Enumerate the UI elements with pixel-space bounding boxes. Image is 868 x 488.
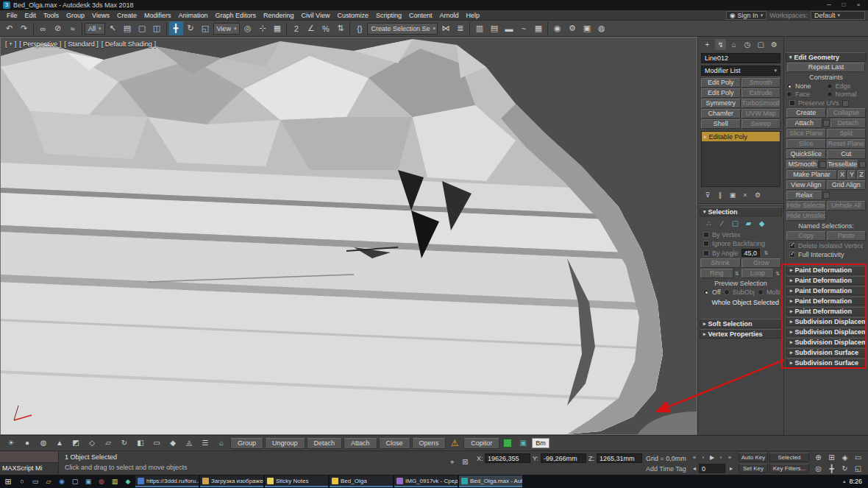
percent-snap-icon[interactable]: %: [319, 21, 332, 35]
motion-tab-icon[interactable]: ◷: [742, 39, 753, 50]
menu-create[interactable]: Create: [113, 12, 140, 19]
zoom-region-icon[interactable]: ▭: [852, 453, 864, 463]
monitor-icon[interactable]: ▣: [516, 437, 530, 449]
add-time-tag[interactable]: Add Time Tag: [646, 465, 686, 473]
copy-button[interactable]: Copy: [786, 231, 826, 241]
menu-customize[interactable]: Customize: [333, 12, 372, 19]
field-of-view-icon[interactable]: ◎: [812, 464, 825, 474]
collapse-button[interactable]: Collapse: [827, 108, 867, 118]
attach-button[interactable]: Attach: [786, 119, 822, 128]
frame-back-icon[interactable]: ◂: [690, 464, 699, 473]
modifier-set-button[interactable]: Chamfer: [701, 109, 741, 119]
menu-arnold[interactable]: Arnold: [435, 12, 462, 19]
menu-animation[interactable]: Animation: [174, 12, 211, 19]
unlink-selection-icon[interactable]: ⊘: [51, 21, 65, 35]
grid-align-button[interactable]: Grid Align: [827, 180, 867, 190]
menu-edit[interactable]: Edit: [21, 12, 40, 19]
detach-button[interactable]: Detach: [830, 119, 867, 128]
menu-file[interactable]: File: [3, 12, 21, 19]
minimize-button[interactable]: ─: [822, 1, 836, 10]
polygon-mode-icon[interactable]: ▰: [744, 219, 753, 228]
task-view-icon[interactable]: ▭: [29, 476, 41, 487]
previous-frame-icon[interactable]: ‹: [699, 453, 708, 462]
select-and-scale-icon[interactable]: ◱: [199, 21, 213, 35]
modify-tab-icon[interactable]: ↯: [715, 39, 726, 50]
mirror-icon[interactable]: ⋈: [438, 21, 452, 35]
bind-to-space-warp-icon[interactable]: ≈: [65, 21, 79, 35]
display-tab-icon[interactable]: ▢: [755, 39, 766, 50]
delete-isolated-vertices-checkbox[interactable]: [789, 243, 795, 249]
snap-toggle-icon[interactable]: 2: [289, 21, 303, 35]
stack-item-editable-poly[interactable]: ▸ Editable Poly: [702, 132, 780, 141]
rollout-selection[interactable]: ▾ Selection: [700, 207, 782, 216]
zoom-icon[interactable]: ⊕: [812, 453, 825, 463]
quickslice-button[interactable]: QuickSlice: [786, 149, 826, 159]
maximize-button[interactable]: □: [837, 1, 850, 10]
go-to-start-icon[interactable]: «: [690, 453, 699, 462]
custom-tool-icon[interactable]: ●: [20, 437, 35, 449]
window-crossing-icon[interactable]: ◫: [150, 21, 164, 35]
ribbon-toggle-icon[interactable]: ▬: [502, 21, 516, 35]
spinner-icon[interactable]: ⇅: [763, 250, 769, 256]
create-tab-icon[interactable]: +: [702, 39, 713, 50]
msmooth-button[interactable]: MSmooth: [786, 160, 819, 169]
start-button[interactable]: ⊞: [1, 475, 15, 487]
custom-tool-icon[interactable]: ↻: [117, 437, 132, 449]
preview-off-radio[interactable]: [703, 289, 709, 295]
modifier-set-button[interactable]: Edit Poly: [701, 78, 741, 88]
slice-button[interactable]: Slice: [786, 139, 826, 149]
render-production-icon[interactable]: ◍: [594, 21, 608, 35]
grow-button[interactable]: Grow: [741, 258, 782, 268]
maxscript-macro-row[interactable]: [0, 451, 58, 463]
close-button[interactable]: ×: [852, 1, 865, 10]
rollout-subdivision-surface[interactable]: ▸Subdivision Surface: [786, 358, 866, 367]
taskbar-app-sticky-notes[interactable]: Sticky Notes: [265, 475, 328, 487]
shrink-button[interactable]: Shrink: [700, 258, 741, 268]
rollout-subdivision-displacement[interactable]: ▸Subdivision Displacement: [786, 338, 866, 347]
bm-button[interactable]: Bm: [532, 438, 549, 448]
loop-button[interactable]: Loop: [741, 269, 775, 278]
menu-rendering[interactable]: Rendering: [260, 12, 298, 19]
key-filters-button[interactable]: Key Filters...: [769, 464, 809, 473]
taskbar-pinned-icon[interactable]: ▣: [82, 476, 94, 487]
perspective-viewport[interactable]: [ + ] [ Perspective ] [ Standard ] [ Def…: [0, 37, 697, 435]
x-coordinate-field[interactable]: 19626,355: [485, 453, 530, 463]
tessellate-button[interactable]: Tessellate: [827, 160, 859, 169]
select-by-name-icon[interactable]: ▤: [121, 21, 135, 35]
pin-stack-icon[interactable]: ⊽: [702, 190, 713, 200]
angle-value-field[interactable]: 45,0: [741, 249, 761, 257]
custom-tool-icon[interactable]: ◬: [182, 437, 196, 449]
taskbar-pinned-icon[interactable]: ▢: [69, 476, 81, 487]
close-button[interactable]: Close: [379, 438, 410, 449]
maxscript-listener-row[interactable]: MAXScript Mi: [0, 463, 58, 475]
absolute-mode-icon[interactable]: ⌖: [450, 458, 455, 467]
planar-x-button[interactable]: X: [838, 170, 847, 180]
modifier-set-button[interactable]: Edit Poly: [701, 88, 741, 98]
y-coordinate-field[interactable]: -99,266mm: [541, 453, 586, 463]
planar-y-button[interactable]: Y: [847, 170, 856, 180]
rollout-paint-deformation[interactable]: ▸Paint Deformation: [786, 286, 866, 295]
taskbar-pinned-icon[interactable]: ◉: [56, 476, 68, 487]
search-icon[interactable]: ○: [16, 476, 28, 487]
rollout-paint-deformation[interactable]: ▸Paint Deformation: [786, 307, 866, 316]
relax-settings-icon[interactable]: [823, 192, 830, 199]
custom-tool-icon[interactable]: ◆: [166, 437, 180, 449]
spinner-icon[interactable]: ⇅: [734, 271, 741, 277]
preserve-uvs-settings-icon[interactable]: [842, 100, 849, 107]
attach-settings-icon[interactable]: [823, 120, 830, 127]
custom-tool-icon[interactable]: ▭: [149, 437, 164, 449]
hide-selected-button[interactable]: Hide Selected: [786, 201, 826, 211]
modifier-set-button[interactable]: Symmetry: [701, 99, 741, 108]
full-interactivity-checkbox[interactable]: [789, 252, 795, 258]
use-pivot-center-icon[interactable]: ◎: [241, 21, 255, 35]
taskbar-pinned-icon[interactable]: ▥: [109, 476, 121, 487]
reference-coordinate-dropdown[interactable]: View ▾: [213, 23, 241, 35]
tessellate-settings-icon[interactable]: [859, 161, 866, 168]
taskbar-app-photo-viewer[interactable]: IMG_0917vk - Средс...: [394, 475, 458, 487]
spinner-icon[interactable]: ⇅: [775, 271, 781, 277]
repeat-last-button[interactable]: Repeat Last: [787, 63, 865, 72]
ungroup-button[interactable]: Ungroup: [265, 438, 305, 449]
zoom-all-icon[interactable]: ⊞: [825, 453, 838, 463]
taskbar-app-browser[interactable]: https://3ddd.ru/foru...: [135, 475, 199, 487]
taskbar-pinned-icon[interactable]: ▱: [43, 476, 54, 487]
